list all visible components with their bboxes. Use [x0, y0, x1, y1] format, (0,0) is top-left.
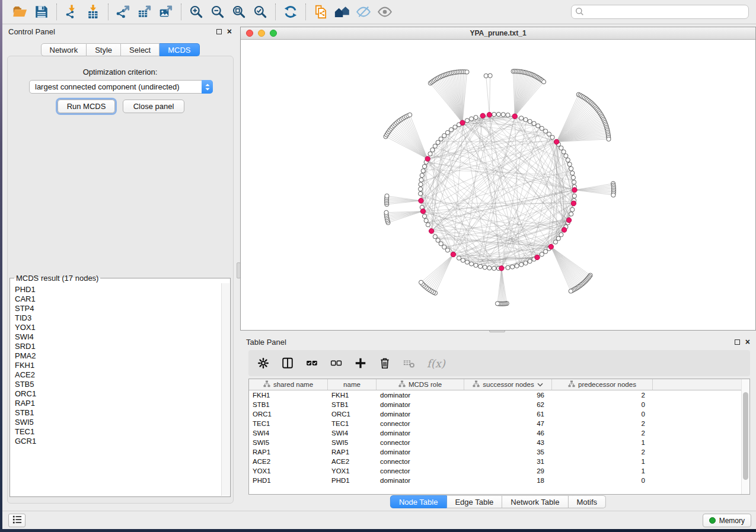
- table-cell: YOX1: [328, 466, 377, 476]
- import-table-button[interactable]: [82, 2, 104, 21]
- export-image-button[interactable]: [155, 2, 177, 21]
- table-settings-button[interactable]: [257, 357, 270, 370]
- minimize-window-icon[interactable]: [258, 30, 265, 37]
- mcds-list-item[interactable]: SWI5: [15, 418, 221, 427]
- import-network-button[interactable]: [61, 2, 82, 21]
- mcds-result-list[interactable]: PHD1CAR1STP4TID3YOX1SWI4SRD1PMA2FKH1ACE2…: [11, 284, 221, 496]
- column-header-predecessor-nodes[interactable]: predecessor nodes: [552, 379, 653, 390]
- mcds-list-item[interactable]: SWI4: [15, 332, 221, 342]
- table-row[interactable]: PHD1PHD1dominator180: [249, 476, 749, 485]
- close-panel-icon[interactable]: [227, 28, 232, 34]
- mcds-list-item[interactable]: PMA2: [15, 351, 221, 361]
- tab-edge-table[interactable]: Edge Table: [446, 495, 502, 508]
- table-row[interactable]: STB1STB1dominator620: [249, 400, 749, 409]
- memory-button[interactable]: Memory: [703, 514, 751, 527]
- node-table-header: shared namenameMCDS rolesuccessor nodesp…: [249, 379, 749, 390]
- table-row[interactable]: RAP1RAP1dominator352: [249, 447, 749, 457]
- search-box[interactable]: [571, 5, 749, 19]
- float-panel-icon[interactable]: [216, 29, 222, 34]
- tab-style[interactable]: Style: [87, 43, 121, 56]
- tab-node-table[interactable]: Node Table: [390, 495, 447, 508]
- table-cell: STB1: [249, 400, 328, 409]
- maximize-window-icon[interactable]: [270, 30, 277, 37]
- export-network-button[interactable]: [113, 2, 134, 21]
- select-all-button[interactable]: [305, 357, 318, 370]
- mcds-list-item[interactable]: STP4: [15, 304, 221, 313]
- table-scrollbar-thumb[interactable]: [743, 392, 748, 480]
- table-cell: 1: [552, 438, 653, 447]
- table-cell: SWI4: [249, 428, 328, 438]
- zoom-in-button[interactable]: [186, 2, 207, 21]
- search-input[interactable]: [571, 5, 749, 19]
- run-mcds-button[interactable]: Run MCDS: [58, 100, 115, 113]
- first-neighbors-button[interactable]: [331, 2, 353, 21]
- mcds-list-item[interactable]: YOX1: [15, 323, 221, 332]
- mcds-list-item[interactable]: STB1: [15, 408, 221, 418]
- mcds-list-item[interactable]: CAR1: [15, 294, 221, 304]
- run-mcds-label: Run MCDS: [67, 102, 106, 111]
- mcds-list-item[interactable]: STB5: [15, 380, 221, 389]
- tab-network[interactable]: Network: [40, 43, 87, 56]
- close-table-panel-icon[interactable]: [745, 339, 750, 345]
- column-header-MCDS-role[interactable]: MCDS role: [377, 379, 464, 390]
- table-row[interactable]: ORC1ORC1dominator610: [249, 409, 749, 419]
- mcds-list-item[interactable]: GCR1: [15, 437, 221, 446]
- export-table-button[interactable]: [134, 2, 155, 21]
- network-canvas[interactable]: [241, 40, 755, 330]
- deselect-all-button[interactable]: [330, 357, 343, 370]
- mcds-list-item[interactable]: RAP1: [15, 399, 221, 408]
- zoom-out-button[interactable]: [207, 2, 228, 21]
- duplicate-network-button[interactable]: [310, 2, 331, 21]
- table-cell: dominator: [377, 428, 464, 438]
- table-cell: RAP1: [249, 447, 328, 457]
- mcds-list-item[interactable]: TEC1: [15, 427, 221, 437]
- tab-motifs[interactable]: Motifs: [568, 495, 606, 508]
- optimization-criterion-select[interactable]: largest connected component (undirected): [29, 80, 213, 94]
- table-cell: 43: [464, 438, 552, 447]
- open-file-button[interactable]: [9, 2, 31, 21]
- mcds-list-item[interactable]: FKH1: [15, 361, 221, 370]
- mcds-list-item[interactable]: TID3: [15, 313, 221, 323]
- delete-columns-button[interactable]: [378, 357, 391, 370]
- mcds-list-item[interactable]: ORC1: [15, 389, 221, 399]
- show-all-button[interactable]: [374, 2, 395, 21]
- add-column-button[interactable]: [354, 357, 367, 370]
- sort-chevron-icon[interactable]: [537, 381, 543, 388]
- mcds-list-item[interactable]: SRD1: [15, 342, 221, 351]
- tab-mcds[interactable]: MCDS: [160, 43, 199, 56]
- table-row[interactable]: SWI5SWI5connector431: [249, 438, 749, 447]
- close-window-icon[interactable]: [246, 30, 253, 37]
- control-panel-titlebar: Control Panel: [2, 24, 238, 39]
- mcds-list-item[interactable]: PHD1: [15, 285, 221, 294]
- column-header-successor-nodes[interactable]: successor nodes: [464, 379, 552, 390]
- close-panel-button[interactable]: Close panel: [123, 100, 184, 113]
- table-scrollbar[interactable]: [741, 379, 749, 494]
- column-header-shared-name[interactable]: shared name: [249, 379, 328, 390]
- mcds-list-scrollbar[interactable]: [221, 283, 229, 496]
- table-row[interactable]: ACE2ACE2connector311: [249, 457, 749, 466]
- task-history-button[interactable]: [8, 514, 25, 527]
- float-table-panel-icon[interactable]: [735, 339, 740, 345]
- mcds-list-item[interactable]: ACE2: [15, 370, 221, 380]
- table-cell: dominator: [377, 476, 464, 485]
- network-window-titlebar[interactable]: YPA_prune.txt_1: [241, 27, 755, 40]
- memory-status-icon: [709, 517, 716, 524]
- table-row[interactable]: TEC1TEC1connector472: [249, 419, 749, 428]
- table-row[interactable]: FKH1FKH1dominator962: [249, 390, 749, 400]
- tab-network-table[interactable]: Network Table: [502, 495, 568, 508]
- tab-select[interactable]: Select: [121, 43, 160, 56]
- table-row[interactable]: SWI4SWI4dominator462: [249, 428, 749, 438]
- table-cell: 46: [464, 428, 552, 438]
- zoom-fit-button[interactable]: [228, 2, 250, 21]
- toggle-panel-button[interactable]: [281, 357, 294, 370]
- table-cell: ORC1: [328, 409, 377, 419]
- table-panel-titlebar: Table Panel: [240, 335, 756, 349]
- refresh-view-button[interactable]: [280, 2, 301, 21]
- toolbar-separator: [56, 4, 57, 20]
- save-session-button[interactable]: [31, 2, 52, 21]
- table-row[interactable]: YOX1YOX1connector291: [249, 466, 749, 476]
- zoom-selected-button[interactable]: [250, 2, 271, 21]
- hide-selected-button[interactable]: [353, 2, 374, 21]
- table-cell: FKH1: [328, 390, 377, 400]
- column-header-name[interactable]: name: [328, 379, 377, 390]
